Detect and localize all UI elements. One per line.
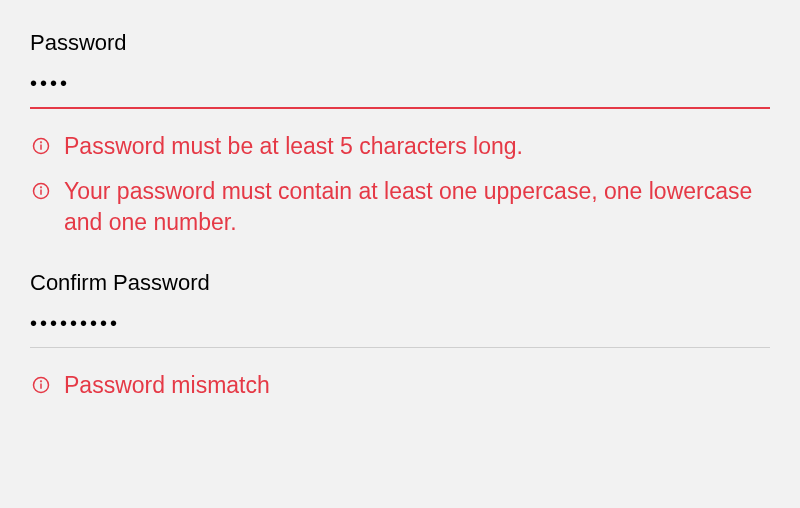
password-error-text: Password must be at least 5 characters l…	[64, 131, 523, 162]
confirm-password-error-text: Password mismatch	[64, 370, 270, 401]
confirm-password-underline	[30, 347, 770, 348]
password-error-row: Password must be at least 5 characters l…	[30, 131, 770, 162]
info-icon	[32, 182, 50, 200]
confirm-password-input[interactable]: •••••••••	[30, 312, 770, 347]
confirm-password-error-row: Password mismatch	[30, 370, 770, 401]
info-icon	[32, 376, 50, 394]
password-error-row: Your password must contain at least one …	[30, 176, 770, 238]
password-input[interactable]: ••••	[30, 72, 770, 107]
password-error-text: Your password must contain at least one …	[64, 176, 770, 238]
svg-point-8	[41, 381, 42, 382]
svg-point-5	[41, 187, 42, 188]
password-field-group: Password •••• Password must be at least …	[30, 30, 770, 238]
svg-point-2	[41, 142, 42, 143]
confirm-password-label: Confirm Password	[30, 270, 770, 296]
confirm-password-field-group: Confirm Password ••••••••• Password mism…	[30, 270, 770, 401]
info-icon	[32, 137, 50, 155]
password-label: Password	[30, 30, 770, 56]
password-underline	[30, 107, 770, 109]
